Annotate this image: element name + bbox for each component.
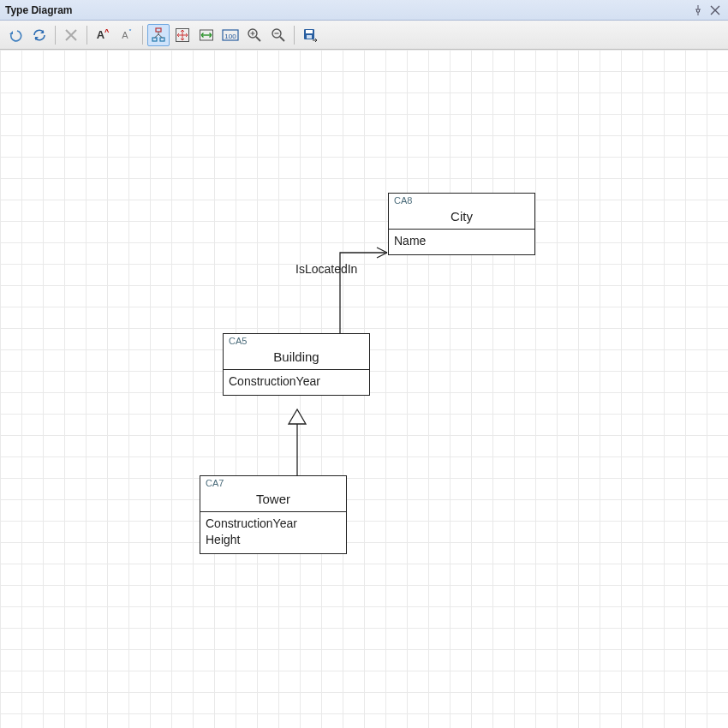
font-increase-button[interactable]: A^ — [92, 24, 114, 46]
save-button[interactable] — [299, 24, 321, 46]
entity-building-header: CA5 Building — [224, 334, 369, 370]
window-title: Type Diagram — [5, 4, 72, 16]
fit-width-icon — [199, 27, 214, 43]
entity-tower-attr-1: Height — [206, 532, 341, 548]
font-decrease-button[interactable]: A˅ — [116, 24, 138, 46]
entity-city-attr-0: Name — [394, 233, 529, 249]
zoom-100-icon: 100 — [222, 27, 239, 43]
undo-icon — [8, 27, 23, 43]
font-increase-icon: A^ — [97, 28, 110, 40]
refresh-button[interactable] — [28, 24, 51, 46]
relation-label-islocatedin[interactable]: IsLocatedIn — [294, 262, 359, 276]
fit-page-button[interactable] — [171, 24, 194, 46]
fit-width-button[interactable] — [195, 24, 218, 46]
close-button[interactable] — [707, 3, 723, 18]
diagram-surface[interactable]: IsLocatedIn CA8 City Name CA5 Building C… — [0, 50, 728, 728]
pin-button[interactable] — [690, 3, 706, 18]
font-decrease-icon: A˅ — [122, 29, 131, 40]
entity-building[interactable]: CA5 Building ConstructionYear — [223, 333, 370, 396]
entity-tower-id: CA7 — [206, 478, 341, 490]
entity-building-name: Building — [229, 348, 364, 366]
svg-rect-1 — [152, 38, 157, 41]
entity-tower[interactable]: CA7 Tower ConstructionYear Height — [200, 475, 347, 554]
refresh-icon — [32, 27, 47, 43]
save-icon — [302, 27, 318, 43]
entity-tower-name: Tower — [206, 490, 341, 508]
close-icon — [710, 5, 720, 15]
undo-button[interactable] — [4, 24, 27, 46]
svg-rect-2 — [160, 38, 164, 41]
delete-button[interactable] — [60, 24, 82, 46]
toolbar: A^ A˅ 100 — [0, 21, 728, 50]
delete-icon — [64, 28, 78, 42]
toolbar-sep-2 — [87, 26, 87, 45]
entity-city-body: Name — [389, 230, 534, 254]
entity-city-id: CA8 — [394, 195, 529, 207]
entity-tower-attr-0: ConstructionYear — [206, 516, 341, 532]
zoom-in-icon — [247, 27, 262, 43]
fit-page-icon — [175, 27, 190, 43]
zoom-in-button[interactable] — [243, 24, 266, 46]
toolbar-sep-4 — [294, 26, 295, 45]
titlebar: Type Diagram — [0, 0, 728, 21]
svg-rect-0 — [156, 28, 161, 32]
zoom-out-button[interactable] — [267, 24, 289, 46]
entity-building-body: ConstructionYear — [224, 370, 369, 395]
entity-building-id: CA5 — [229, 336, 364, 348]
pin-icon — [693, 5, 703, 15]
svg-rect-11 — [307, 35, 312, 39]
entity-building-attr-0: ConstructionYear — [229, 373, 364, 390]
zoom-100-button[interactable]: 100 — [219, 24, 242, 46]
entity-tower-body: ConstructionYear Height — [200, 512, 346, 553]
svg-rect-10 — [306, 30, 313, 33]
entity-city-header: CA8 City — [389, 194, 534, 230]
diagram-canvas[interactable]: IsLocatedIn CA8 City Name CA5 Building C… — [0, 50, 728, 728]
layout-icon — [151, 27, 166, 43]
toolbar-sep-3 — [142, 26, 143, 45]
entity-tower-header: CA7 Tower — [200, 476, 346, 512]
svg-text:100: 100 — [224, 33, 236, 40]
entity-city-name: City — [394, 207, 529, 225]
toolbar-sep-1 — [55, 26, 56, 45]
entity-city[interactable]: CA8 City Name — [388, 193, 535, 255]
auto-layout-button[interactable] — [147, 24, 170, 46]
zoom-out-icon — [271, 27, 286, 43]
